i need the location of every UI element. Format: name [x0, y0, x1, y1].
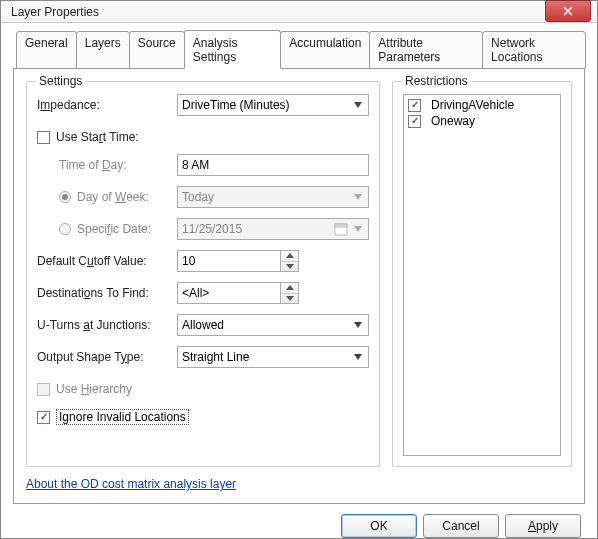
restrictions-group: Restrictions DrivingAVehicle Oneway [392, 81, 572, 467]
tab-page-analysis-settings: Settings Impedance: DriveTime (Minutes) [13, 68, 585, 504]
about-link[interactable]: About the OD cost matrix analysis layer [26, 477, 572, 491]
day-of-week-label: Day of Week: [77, 190, 177, 204]
time-of-day-label: Time of Day: [59, 158, 177, 172]
tab-strip: General Layers Source Analysis Settings … [16, 31, 585, 69]
destinations-input[interactable]: <All> [177, 282, 281, 304]
window-title: Layer Properties [11, 5, 545, 19]
restriction-checkbox[interactable] [408, 115, 421, 128]
ignore-invalid-row: Ignore Invalid Locations [37, 406, 369, 428]
restriction-item[interactable]: DrivingAVehicle [406, 97, 558, 113]
use-start-time-row: Use Start Time: [37, 126, 369, 148]
restriction-item[interactable]: Oneway [406, 113, 558, 129]
time-of-day-value: 8 AM [182, 158, 209, 172]
use-start-time-label: Use Start Time: [56, 130, 139, 144]
destinations-label: Destinations To Find: [37, 286, 177, 300]
svg-rect-1 [335, 224, 347, 227]
use-hierarchy-row: Use Hierarchy [37, 378, 369, 400]
dialog-window: Layer Properties General Layers Source A… [0, 0, 598, 539]
output-shape-combo[interactable]: Straight Line [177, 346, 369, 368]
cutoff-input[interactable]: 10 [177, 250, 281, 272]
uturns-value: Allowed [182, 318, 224, 332]
settings-legend: Settings [35, 74, 86, 88]
uturns-label: U-Turns at Junctions: [37, 318, 177, 332]
output-shape-value: Straight Line [182, 350, 249, 364]
time-of-day-input[interactable]: 8 AM [177, 154, 369, 176]
tab-general[interactable]: General [16, 31, 77, 69]
ignore-invalid-label: Ignore Invalid Locations [56, 409, 189, 425]
chevron-down-icon [350, 317, 366, 333]
close-icon [563, 6, 573, 16]
destinations-spin: <All> [177, 282, 299, 304]
day-of-week-combo: Today [177, 186, 369, 208]
specific-date-label: Specific Date: [77, 222, 177, 236]
destinations-spin-up[interactable] [281, 283, 298, 293]
impedance-value: DriveTime (Minutes) [182, 98, 290, 112]
client-area: General Layers Source Analysis Settings … [1, 23, 597, 539]
cutoff-spin-up[interactable] [281, 251, 298, 261]
ok-button[interactable]: OK [341, 514, 417, 538]
restrictions-list[interactable]: DrivingAVehicle Oneway [403, 94, 561, 456]
cancel-button[interactable]: Cancel [423, 514, 499, 538]
uturns-combo[interactable]: Allowed [177, 314, 369, 336]
settings-group: Settings Impedance: DriveTime (Minutes) [26, 81, 380, 467]
tab-attribute-parameters[interactable]: Attribute Parameters [369, 31, 483, 69]
day-of-week-value: Today [182, 190, 214, 204]
specific-date-value: 11/25/2015 [182, 222, 242, 236]
time-of-day-row: Time of Day: 8 AM [37, 154, 369, 176]
specific-date-picker: 11/25/2015 [177, 218, 369, 240]
use-hierarchy-label: Use Hierarchy [56, 382, 132, 396]
impedance-row: Impedance: DriveTime (Minutes) [37, 94, 369, 116]
restrictions-legend: Restrictions [401, 74, 472, 88]
cutoff-value: 10 [182, 254, 195, 268]
impedance-label: Impedance: [37, 98, 177, 112]
close-button[interactable] [545, 0, 591, 22]
chevron-down-icon [350, 221, 366, 237]
cutoff-spin: 10 [177, 250, 299, 272]
tab-network-locations[interactable]: Network Locations [482, 31, 586, 69]
titlebar[interactable]: Layer Properties [1, 1, 597, 23]
calendar-icon [334, 222, 348, 236]
tab-source[interactable]: Source [129, 31, 185, 69]
destinations-spin-down[interactable] [281, 293, 298, 304]
output-shape-label: Output Shape Type: [37, 350, 177, 364]
restriction-checkbox[interactable] [408, 99, 421, 112]
columns: Settings Impedance: DriveTime (Minutes) [26, 81, 572, 467]
cutoff-row: Default Cutoff Value: 10 [37, 250, 369, 272]
chevron-down-icon [350, 349, 366, 365]
day-of-week-radio[interactable] [59, 191, 71, 203]
destinations-value: <All> [182, 286, 209, 300]
tab-accumulation[interactable]: Accumulation [280, 31, 370, 69]
uturns-row: U-Turns at Junctions: Allowed [37, 314, 369, 336]
apply-button[interactable]: Apply [505, 514, 581, 538]
impedance-combo[interactable]: DriveTime (Minutes) [177, 94, 369, 116]
chevron-down-icon [350, 189, 366, 205]
destinations-row: Destinations To Find: <All> [37, 282, 369, 304]
specific-date-radio[interactable] [59, 223, 71, 235]
cutoff-spin-down[interactable] [281, 261, 298, 272]
tab-layers[interactable]: Layers [76, 31, 130, 69]
use-hierarchy-checkbox [37, 383, 50, 396]
restriction-label: DrivingAVehicle [431, 98, 514, 112]
day-of-week-row: Day of Week: Today [37, 186, 369, 208]
use-start-time-checkbox[interactable] [37, 131, 50, 144]
restriction-label: Oneway [431, 114, 475, 128]
dialog-buttons: OK Cancel Apply [13, 504, 585, 539]
chevron-down-icon [350, 97, 366, 113]
specific-date-row: Specific Date: 11/25/2015 [37, 218, 369, 240]
ignore-invalid-checkbox[interactable] [37, 411, 50, 424]
output-shape-row: Output Shape Type: Straight Line [37, 346, 369, 368]
cutoff-label: Default Cutoff Value: [37, 254, 177, 268]
tab-analysis-settings[interactable]: Analysis Settings [184, 30, 282, 69]
